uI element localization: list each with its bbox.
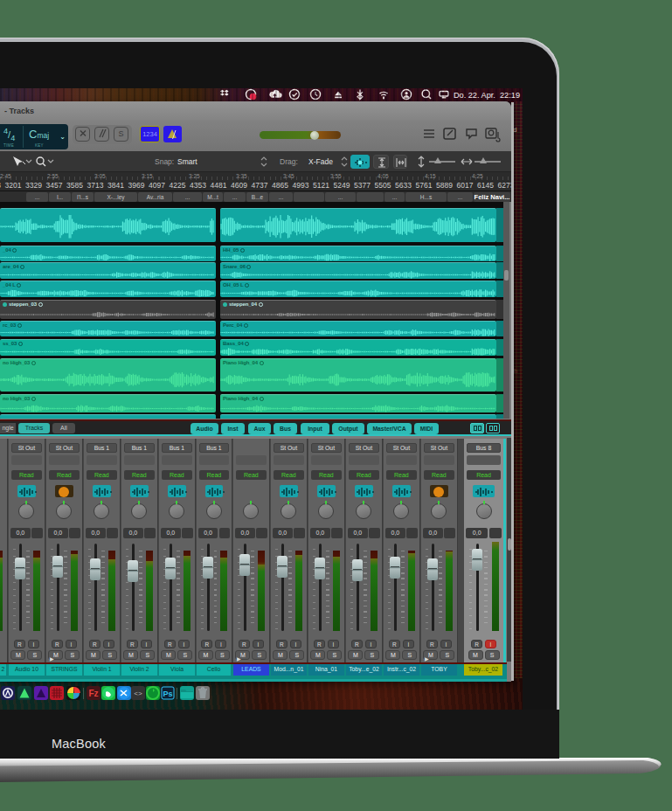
svg-text:<>: <> [134, 690, 142, 697]
svg-text:Ps: Ps [163, 690, 172, 698]
svg-text:Fz: Fz [88, 689, 98, 698]
